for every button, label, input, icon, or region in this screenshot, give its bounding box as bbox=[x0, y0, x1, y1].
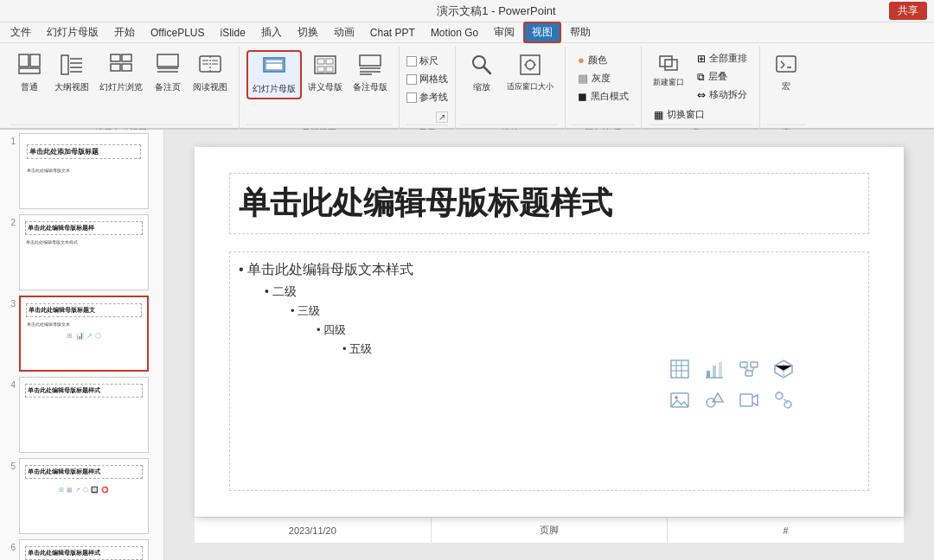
btn-handout-master[interactable]: 讲义母版 bbox=[304, 50, 347, 96]
footer-pagenum: # bbox=[668, 518, 904, 543]
btn-outline-view[interactable]: 大纲视图 bbox=[50, 50, 93, 96]
slide-img-2[interactable]: 单击此处编辑母版标题样 单击此处编辑母版文本样式 bbox=[19, 214, 149, 290]
btn-fit-label: 适应窗口大小 bbox=[507, 81, 553, 92]
ruler-checkbox[interactable] bbox=[406, 56, 417, 67]
window-title: 演示文稿1 - PowerPoint bbox=[104, 3, 889, 19]
menu-islide[interactable]: iSlide bbox=[213, 25, 252, 41]
menu-file[interactable]: 文件 bbox=[3, 23, 38, 41]
slide-img-3[interactable]: 单击此处编辑母版标题文 单击此处编辑母版文本 ⊞ 📊 ↗ ⬡ bbox=[19, 296, 149, 372]
btn-macro[interactable]: 宏 bbox=[767, 50, 805, 95]
btn-color[interactable]: ● 颜色 bbox=[573, 52, 612, 68]
outline-icon bbox=[60, 53, 84, 80]
btn-bw[interactable]: ◼ 黑白模式 bbox=[573, 88, 634, 105]
title-bar: 演示文稿1 - PowerPoint 共享 bbox=[0, 0, 934, 22]
thumb-title-6: 单击此处编辑母版标题样式 bbox=[28, 549, 140, 557]
gridlines-checkbox[interactable] bbox=[406, 74, 417, 85]
btn-cascade[interactable]: ⧉ 层叠 bbox=[692, 68, 752, 85]
slide-panel[interactable]: 1 单击此处添加母版标题 单击此处编辑母版文本 2 单击此处编辑母版标题样 单击… bbox=[0, 130, 164, 560]
btn-color-label: 颜色 bbox=[588, 54, 607, 67]
btn-notes[interactable]: 备注页 bbox=[149, 50, 187, 96]
svg-rect-47 bbox=[671, 360, 688, 378]
menu-help[interactable]: 帮助 bbox=[563, 23, 598, 41]
ribbon-group-macro: 宏 宏 bbox=[764, 47, 812, 139]
slide-body[interactable]: • 单击此处编辑母版文本样式 • 二级 • 三级 • 四级 • 五级 bbox=[229, 251, 869, 491]
btn-slide-sorter[interactable]: 幻灯片浏览 bbox=[95, 50, 147, 96]
icon-icons bbox=[771, 388, 796, 412]
slide-img-5[interactable]: 单击此处编辑母版标题样式 ⊞ ▦ ↗ ⬡ 🔲 ⭕ bbox=[19, 458, 149, 534]
checkbox-gridlines[interactable]: 网格线 bbox=[406, 72, 448, 86]
thumb-body-2: 单击此处编辑母版文本样式 bbox=[26, 239, 142, 245]
svg-rect-3 bbox=[61, 55, 68, 74]
macro-icon bbox=[774, 53, 798, 80]
slide-num-4: 4 bbox=[3, 380, 16, 390]
btn-move-split[interactable]: ⇔ 移动拆分 bbox=[692, 86, 752, 103]
slide-thumb-1[interactable]: 1 单击此处添加母版标题 单击此处编辑母版文本 bbox=[3, 133, 160, 209]
slide-img-6[interactable]: 单击此处编辑母版标题样式 ⊞ ▦ ↗ ⬡ 🔲 ⭕ bbox=[19, 539, 149, 560]
zoom-icon bbox=[470, 53, 494, 80]
svg-rect-58 bbox=[745, 371, 752, 376]
menu-insert[interactable]: 插入 bbox=[254, 23, 289, 41]
checkbox-ruler[interactable]: 标尺 bbox=[406, 54, 438, 68]
menu-bar: 文件 幻灯片母版 开始 OfficePLUS iSlide 插入 切换 动画 C… bbox=[0, 22, 934, 43]
ribbon-window-buttons: 新建窗口 ⊞ 全部重排 ⧉ 层叠 ⇔ 移动拆分 bbox=[649, 47, 752, 123]
menu-view[interactable]: 视图 bbox=[523, 22, 561, 43]
btn-normal[interactable]: 普通 bbox=[10, 50, 48, 96]
thumb-icons-3: ⊞ 📊 ↗ ⬡ bbox=[24, 332, 144, 340]
menu-start[interactable]: 开始 bbox=[107, 23, 142, 41]
svg-rect-27 bbox=[317, 67, 324, 72]
slide-img-1[interactable]: 单击此处添加母版标题 单击此处编辑母版文本 bbox=[19, 133, 149, 209]
menu-officeplus[interactable]: OfficePLUS bbox=[144, 25, 211, 41]
btn-zoom[interactable]: 缩放 bbox=[463, 50, 501, 96]
guides-checkbox[interactable] bbox=[406, 92, 417, 103]
svg-rect-28 bbox=[326, 67, 333, 72]
btn-slide-master[interactable]: 幻灯片母版 bbox=[246, 50, 302, 99]
btn-handout-master-label: 讲义母版 bbox=[308, 81, 342, 93]
btn-switch-window[interactable]: ▦ 切换窗口 bbox=[649, 106, 710, 123]
svg-rect-10 bbox=[111, 64, 120, 71]
svg-rect-0 bbox=[19, 54, 29, 67]
svg-rect-2 bbox=[19, 68, 40, 73]
btn-notes-master-label: 备注母版 bbox=[353, 81, 387, 93]
ribbon-group-show: 标尺 网格线 参考线 ↗ 显示 bbox=[403, 47, 456, 139]
btn-gray[interactable]: ▩ 灰度 bbox=[573, 70, 616, 86]
slide-title[interactable]: 单击此处编辑母版标题样式 bbox=[229, 173, 869, 234]
slide-thumb-4[interactable]: 4 单击此处编辑母版标题样式 bbox=[3, 377, 160, 453]
canvas-area: 单击此处编辑母版标题样式 • 单击此处编辑母版文本样式 • 二级 • 三级 • … bbox=[164, 130, 934, 560]
content-icons bbox=[668, 357, 799, 412]
menu-animation[interactable]: 动画 bbox=[327, 23, 361, 41]
thumb-body-3: 单击此处编辑母版文本 bbox=[27, 321, 141, 327]
slide-canvas[interactable]: 单击此处编辑母版标题样式 • 单击此处编辑母版文本样式 • 二级 • 三级 • … bbox=[195, 147, 904, 517]
btn-arrange[interactable]: ⊞ 全部重排 bbox=[692, 50, 752, 67]
svg-line-34 bbox=[483, 67, 490, 73]
btn-slide-sorter-label: 幻灯片浏览 bbox=[99, 81, 143, 93]
svg-rect-22 bbox=[265, 60, 283, 70]
svg-rect-29 bbox=[360, 55, 381, 66]
guides-label: 参考线 bbox=[419, 91, 448, 104]
btn-notes-master[interactable]: 备注母版 bbox=[349, 50, 392, 96]
menu-transition[interactable]: 切换 bbox=[291, 23, 325, 41]
btn-arrange-label: 全部重排 bbox=[709, 52, 747, 65]
show-launcher[interactable]: ↗ bbox=[436, 111, 448, 123]
btn-fit-window[interactable]: 适应窗口大小 bbox=[502, 50, 558, 95]
svg-rect-8 bbox=[111, 54, 120, 61]
slide-thumb-3[interactable]: 3 单击此处编辑母版标题文 单击此处编辑母版文本 ⊞ 📊 ↗ ⬡ bbox=[3, 296, 160, 372]
move-split-icon: ⇔ bbox=[697, 89, 706, 101]
menu-motiongo[interactable]: Motion Go bbox=[424, 25, 485, 41]
thumb-title-2: 单击此处编辑母版标题样 bbox=[28, 224, 140, 232]
checkbox-guides[interactable]: 参考线 bbox=[406, 90, 448, 105]
menu-review[interactable]: 审阅 bbox=[487, 23, 521, 41]
btn-new-window[interactable]: 新建窗口 bbox=[649, 50, 688, 103]
svg-line-44 bbox=[781, 61, 784, 65]
btn-read[interactable]: 阅读视图 bbox=[189, 50, 232, 96]
share-button[interactable]: 共享 bbox=[889, 2, 927, 20]
icon-3d bbox=[771, 357, 796, 381]
slide-thumb-6[interactable]: 6 单击此处编辑母版标题样式 ⊞ ▦ ↗ ⬡ 🔲 ⭕ bbox=[3, 539, 160, 560]
ribbon-group-window: 新建窗口 ⊞ 全部重排 ⧉ 层叠 ⇔ 移动拆分 bbox=[645, 47, 760, 139]
slide-img-4[interactable]: 单击此处编辑母版标题样式 bbox=[19, 377, 149, 453]
slide-thumb-2[interactable]: 2 单击此处编辑母版标题样 单击此处编辑母版文本样式 bbox=[3, 214, 160, 290]
svg-rect-53 bbox=[713, 366, 716, 378]
menu-slidemaster[interactable]: 幻灯片母版 bbox=[40, 23, 106, 41]
menu-chatppt[interactable]: Chat PPT bbox=[363, 25, 422, 41]
svg-rect-26 bbox=[326, 59, 333, 64]
slide-thumb-5[interactable]: 5 单击此处编辑母版标题样式 ⊞ ▦ ↗ ⬡ 🔲 ⭕ bbox=[3, 458, 160, 534]
